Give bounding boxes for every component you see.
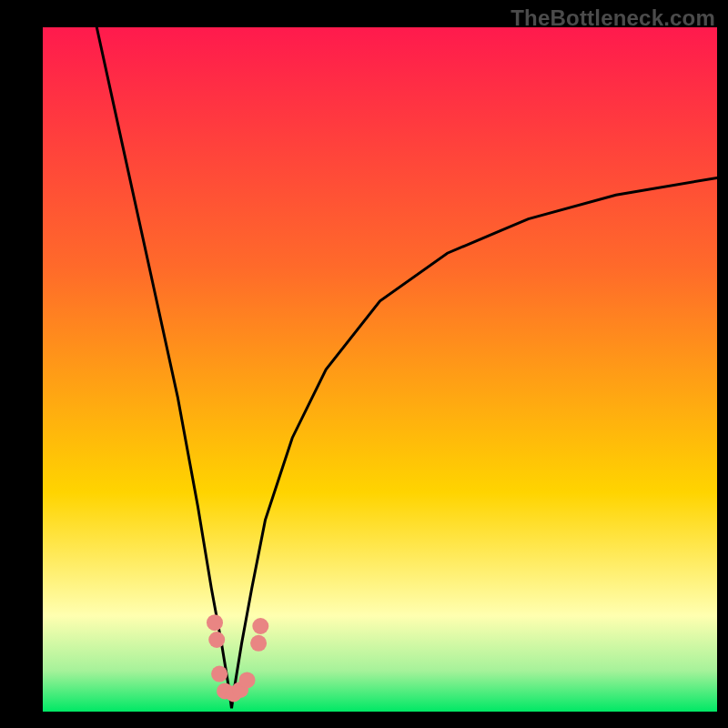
data-marker bbox=[208, 632, 225, 648]
chart-frame: TheBottleneck.com bbox=[0, 0, 728, 728]
data-marker bbox=[211, 666, 228, 682]
data-marker bbox=[239, 672, 256, 688]
data-marker bbox=[250, 635, 267, 652]
gradient-background bbox=[43, 27, 717, 712]
data-marker bbox=[252, 618, 268, 634]
plot-area bbox=[43, 27, 717, 712]
data-marker bbox=[207, 614, 223, 631]
chart-svg bbox=[43, 27, 717, 712]
